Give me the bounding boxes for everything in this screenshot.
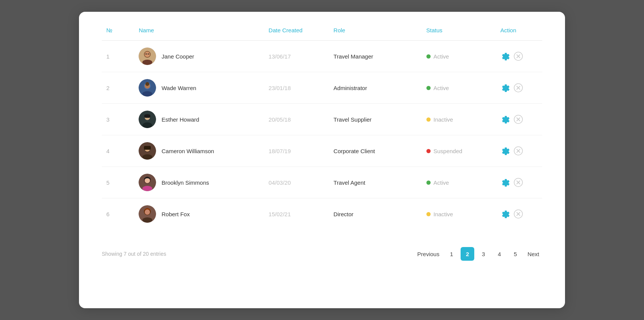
- avatar: [139, 142, 156, 160]
- row-status: Active: [422, 167, 496, 198]
- status-label: Active: [434, 53, 449, 60]
- row-action: [496, 198, 542, 230]
- table-footer: Showing 7 out of 20 entries Previous 1 2…: [102, 243, 542, 261]
- row-date: 20/05/18: [264, 104, 329, 135]
- delete-button[interactable]: [513, 209, 523, 219]
- row-name-cell: Wade Warren: [134, 72, 264, 104]
- row-number: 4: [102, 135, 134, 167]
- svg-rect-29: [144, 146, 151, 150]
- row-status: Active: [422, 72, 496, 104]
- svg-point-5: [148, 54, 150, 55]
- status-dot: [426, 212, 431, 216]
- row-number: 2: [102, 72, 134, 104]
- user-name: Esther Howard: [161, 116, 199, 123]
- delete-button[interactable]: [513, 177, 523, 187]
- row-name-cell: Jane Cooper: [134, 41, 264, 72]
- row-number: 3: [102, 104, 134, 135]
- pagination: Previous 1 2 3 4 5 Next: [414, 247, 542, 261]
- row-name-cell: Brooklyn Simmons: [134, 167, 264, 198]
- showing-text: Showing 7 out of 20 entries: [102, 251, 166, 257]
- row-action: [496, 135, 542, 167]
- status-dot: [426, 86, 431, 90]
- svg-rect-42: [142, 217, 152, 223]
- row-date: 04/03/20: [264, 167, 329, 198]
- svg-rect-11: [142, 91, 152, 97]
- row-role: Director: [329, 198, 421, 230]
- table-row: 5 Brooklyn Simmons 04/03/20 Travel Agent…: [102, 167, 542, 198]
- avatar: [139, 111, 156, 128]
- row-status: Active: [422, 41, 496, 72]
- row-action: [496, 41, 542, 72]
- page-4-button[interactable]: 4: [492, 247, 506, 261]
- row-action: [496, 104, 542, 135]
- status-label: Inactive: [434, 116, 453, 123]
- row-date: 23/01/18: [264, 72, 329, 104]
- row-date: 15/02/21: [264, 198, 329, 230]
- user-name: Jane Cooper: [161, 53, 194, 60]
- settings-button[interactable]: [500, 177, 510, 187]
- row-name-cell: Esther Howard: [134, 104, 264, 135]
- avatar: [139, 79, 156, 97]
- delete-button[interactable]: [513, 83, 523, 93]
- row-date: 13/06/17: [264, 41, 329, 72]
- page-5-button[interactable]: 5: [508, 247, 522, 261]
- settings-button[interactable]: [500, 209, 510, 219]
- users-table: № Name Date Created Role Status Action 1…: [102, 23, 542, 230]
- svg-point-13: [145, 82, 149, 86]
- settings-button[interactable]: [500, 51, 510, 61]
- row-name-cell: Robert Fox: [134, 198, 264, 230]
- svg-point-4: [145, 54, 147, 55]
- delete-button[interactable]: [513, 114, 523, 124]
- avatar: [139, 205, 156, 223]
- status-dot: [426, 181, 431, 185]
- svg-point-43: [145, 209, 150, 215]
- col-header-name: Name: [134, 23, 264, 41]
- page-2-button[interactable]: 2: [461, 247, 474, 261]
- row-status: Suspended: [422, 135, 496, 167]
- settings-button[interactable]: [500, 114, 510, 124]
- row-number: 1: [102, 41, 134, 72]
- page-3-button[interactable]: 3: [477, 247, 490, 261]
- svg-rect-21: [144, 114, 150, 118]
- row-role: Travel Agent: [329, 167, 421, 198]
- row-action: [496, 72, 542, 104]
- avatar: [139, 48, 156, 65]
- svg-point-3: [145, 52, 150, 57]
- status-dot: [426, 117, 431, 122]
- prev-button[interactable]: Previous: [414, 247, 442, 261]
- user-name: Cameron Williamson: [161, 148, 214, 154]
- row-status: Inactive: [422, 104, 496, 135]
- col-header-status: Status: [422, 23, 496, 41]
- row-name-cell: Cameron Williamson: [134, 135, 264, 167]
- table-row: 3 Esther Howard 20/05/18 Travel Supplier…: [102, 104, 542, 135]
- svg-rect-19: [142, 122, 152, 128]
- status-label: Suspended: [434, 148, 462, 154]
- col-header-role: Role: [329, 23, 421, 41]
- row-number: 5: [102, 167, 134, 198]
- user-name: Robert Fox: [161, 211, 189, 217]
- row-role: Administrator: [329, 72, 421, 104]
- table-row: 1 Jane Cooper 13/06/17 Travel Manager Ac…: [102, 41, 542, 72]
- table-row: 4 Cameron Williamson 18/07/19 Corporate …: [102, 135, 542, 167]
- row-date: 18/07/19: [264, 135, 329, 167]
- user-name: Wade Warren: [161, 85, 196, 91]
- next-button[interactable]: Next: [524, 247, 542, 261]
- svg-rect-35: [142, 186, 152, 191]
- main-card: № Name Date Created Role Status Action 1…: [79, 12, 565, 308]
- status-label: Active: [434, 85, 449, 91]
- status-label: Active: [434, 179, 449, 186]
- status-label: Inactive: [434, 211, 453, 217]
- status-dot: [426, 54, 431, 59]
- delete-button[interactable]: [513, 146, 523, 156]
- table-row: 2 Wade Warren 23/01/18 Administrator Act…: [102, 72, 542, 104]
- col-header-action: Action: [496, 23, 542, 41]
- user-name: Brooklyn Simmons: [161, 179, 209, 186]
- delete-button[interactable]: [513, 51, 523, 61]
- row-status: Inactive: [422, 198, 496, 230]
- row-number: 6: [102, 198, 134, 230]
- settings-button[interactable]: [500, 83, 510, 93]
- page-1-button[interactable]: 1: [445, 247, 458, 261]
- avatar: [139, 174, 156, 191]
- row-role: Corporate Client: [329, 135, 421, 167]
- settings-button[interactable]: [500, 146, 510, 156]
